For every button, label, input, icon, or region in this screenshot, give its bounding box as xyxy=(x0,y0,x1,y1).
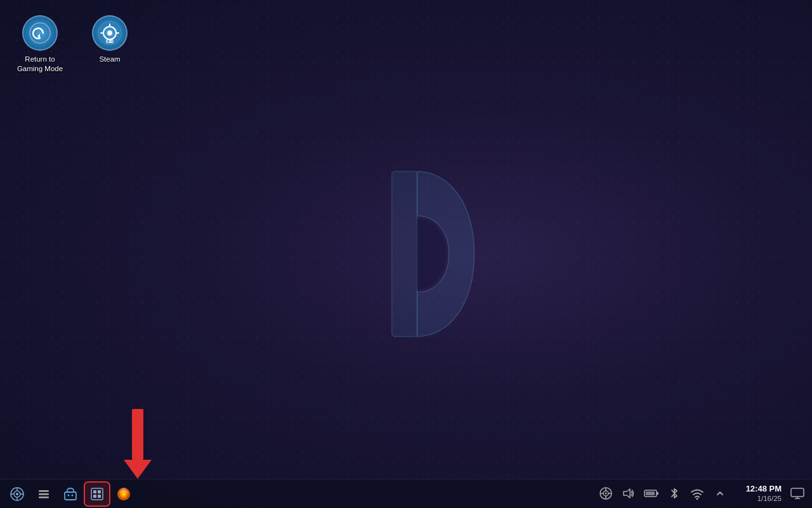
svg-point-26 xyxy=(68,494,70,496)
store-taskbar-button[interactable] xyxy=(58,483,82,505)
svg-rect-25 xyxy=(65,492,76,500)
steam-icon[interactable]: Steam xyxy=(81,11,138,77)
battery-icon xyxy=(644,487,659,500)
tray-expand-icon[interactable] xyxy=(710,484,730,503)
svg-rect-46 xyxy=(646,491,655,495)
svg-point-38 xyxy=(605,493,607,495)
svg-rect-32 xyxy=(98,495,101,498)
svg-rect-23 xyxy=(39,493,49,495)
desktop-icons-container: Return to Gaming Mode xyxy=(6,6,143,83)
svg-rect-12 xyxy=(107,41,110,42)
steam-app-label: Steam xyxy=(99,55,120,64)
svg-point-35 xyxy=(122,492,126,496)
clock-date: 1/16/25 xyxy=(757,494,782,504)
clock-display[interactable]: 12:48 PM 1/16/25 xyxy=(733,483,784,505)
svg-rect-24 xyxy=(39,497,49,498)
svg-rect-30 xyxy=(98,490,101,493)
arrow-head xyxy=(124,460,152,479)
screen-tray-icon[interactable] xyxy=(788,484,807,503)
taskbar-left xyxy=(5,483,136,505)
steamos-icon xyxy=(10,487,24,501)
annotation-arrow xyxy=(124,409,152,479)
svg-rect-28 xyxy=(91,488,103,500)
return-arrow-svg xyxy=(29,22,51,44)
svg-point-5 xyxy=(107,30,112,36)
svg-point-17 xyxy=(16,493,18,495)
svg-marker-43 xyxy=(624,489,630,498)
watermark-logo xyxy=(348,152,487,356)
battery-tray-icon[interactable] xyxy=(642,484,661,503)
svg-rect-48 xyxy=(791,488,804,497)
arrow-body xyxy=(132,409,143,460)
svg-rect-45 xyxy=(657,492,658,495)
volume-tray-icon[interactable] xyxy=(619,484,638,503)
steam-tray-icon[interactable] xyxy=(596,484,615,503)
svg-point-47 xyxy=(697,498,698,500)
chevron-up-icon xyxy=(716,490,724,497)
clock-time: 12:48 PM xyxy=(746,484,782,495)
return-to-gaming-label: Return to Gaming Mode xyxy=(17,55,63,74)
svg-rect-0 xyxy=(392,171,417,337)
svg-point-27 xyxy=(72,494,74,496)
bluetooth-icon xyxy=(669,487,679,500)
discover-icon xyxy=(90,487,104,501)
firefox-taskbar-button[interactable] xyxy=(112,483,136,505)
desktop: Return to Gaming Mode xyxy=(0,0,812,508)
svg-point-13 xyxy=(112,41,113,42)
store-icon xyxy=(63,487,77,501)
taskbar-right: 12:48 PM 1/16/25 xyxy=(596,483,807,505)
return-to-gaming-icon[interactable]: Return to Gaming Mode xyxy=(11,11,69,77)
svg-rect-29 xyxy=(93,490,96,493)
bluetooth-tray-icon[interactable] xyxy=(665,484,684,503)
wifi-tray-icon[interactable] xyxy=(688,484,707,503)
display-icon xyxy=(790,487,804,500)
return-to-gaming-icon-image xyxy=(22,15,58,51)
svg-point-14 xyxy=(113,40,114,41)
svg-rect-31 xyxy=(93,495,96,498)
steam-logo-svg xyxy=(98,21,122,45)
discover-taskbar-button[interactable] xyxy=(85,483,109,505)
menu-icon xyxy=(37,488,50,500)
steam-tray-svg xyxy=(599,487,612,500)
volume-icon xyxy=(622,487,635,500)
steam-icon-image xyxy=(92,15,128,51)
steamos-taskbar-button[interactable] xyxy=(5,483,29,505)
taskbar: 12:48 PM 1/16/25 xyxy=(0,479,812,508)
menu-taskbar-button[interactable] xyxy=(32,483,56,505)
svg-rect-22 xyxy=(39,490,49,492)
wifi-icon xyxy=(690,487,704,500)
firefox-icon xyxy=(116,486,131,502)
